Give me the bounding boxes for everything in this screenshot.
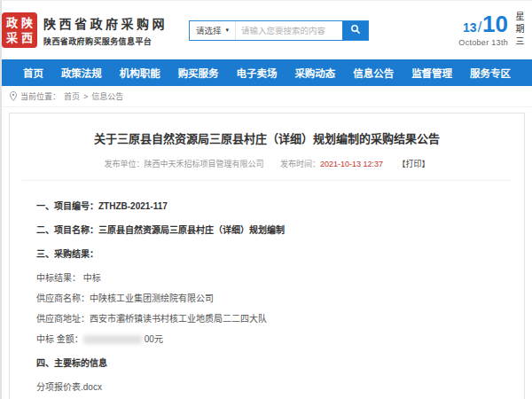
- supplier-name-line: 供应商名称：中陕核工业集团测绘院有限公司: [36, 291, 497, 304]
- date-numbers: 13 / 10: [463, 14, 508, 35]
- print-button[interactable]: 【打印】: [398, 160, 430, 168]
- search-button[interactable]: [342, 21, 368, 40]
- supplier-address-line: 供应商地址：西安市灞桥镇读书村核工业地质局二二四大队: [36, 311, 497, 325]
- nav-item-purchase-services[interactable]: 购买服务: [178, 66, 219, 80]
- logo-char: 陕: [21, 17, 33, 28]
- nav-item-policies[interactable]: 政策法规: [61, 66, 102, 80]
- magnifier-icon: [350, 24, 361, 37]
- publish-time-value: 2021-10-13 12:37: [320, 160, 383, 168]
- breadcrumb: 当前位置： 首页 > 信息公告: [2, 86, 532, 107]
- breadcrumb-current: 信息公告: [91, 90, 123, 102]
- article-card: 关于三原县自然资源局三原县村庄（详细）规划编制的采购结果公告 发布单位：陕西中天…: [9, 113, 525, 399]
- publisher-label: 发布单位：: [104, 160, 144, 168]
- article-body: 一、项目编号：ZTHZB-2021-117 二、项目名称：三原县自然资源局三原县…: [10, 181, 524, 399]
- search-input[interactable]: [236, 21, 342, 40]
- nav-item-service-zone[interactable]: 服务专区: [470, 66, 511, 80]
- date-day: 13: [463, 20, 477, 35]
- logo-char: 采: [6, 32, 18, 43]
- subject-heading: 四、主要标的信息: [36, 356, 497, 369]
- project-number-line: 一、项目编号：ZTHZB-2021-117: [36, 199, 497, 212]
- search-category-select[interactable]: 请选择 ▾: [190, 21, 236, 40]
- bid-result-line: 中标结果： 中标: [36, 270, 497, 284]
- site-header: 政 陕 采 西 陕西省政府采购网 陕西省政府购买服务信息平台 请选择 ▾ 13 …: [2, 1, 532, 59]
- attachment-link[interactable]: 分项报价表.docx: [36, 379, 497, 393]
- date-english: October 13th: [458, 38, 508, 47]
- search-bar: 请选择 ▾: [189, 20, 369, 41]
- publish-time-label: 发布时间：: [280, 160, 320, 168]
- date-slash: /: [478, 20, 481, 35]
- result-heading: 三、采购结果：: [36, 246, 497, 260]
- bid-amount-redacted: [83, 335, 142, 344]
- search-select-label: 请选择: [196, 24, 222, 36]
- publisher-value: 陕西中天禾招标项目管理有限公司: [144, 160, 263, 168]
- nav-item-supervision[interactable]: 监督管理: [411, 66, 452, 80]
- breadcrumb-separator: >: [83, 92, 88, 101]
- date-widget: 13 / 10 October 13th 星期三: [458, 12, 525, 49]
- nav-item-announcements[interactable]: 信息公告: [353, 66, 394, 80]
- site-title: 陕西省政府采购网: [43, 14, 168, 32]
- site-brand: 陕西省政府采购网 陕西省政府购买服务信息平台: [43, 14, 168, 47]
- site-logo: 政 陕 采 西: [2, 12, 37, 48]
- article-meta: 发布单位：陕西中天禾招标项目管理有限公司 发布时间：2021-10-13 12:…: [10, 158, 524, 169]
- nav-item-emarket[interactable]: 电子卖场: [237, 66, 278, 80]
- logo-char: 西: [21, 32, 33, 43]
- bid-amount-line: 中标 金额：00元: [36, 332, 497, 345]
- site-subtitle: 陕西省政府购买服务信息平台: [43, 35, 168, 47]
- article-title: 关于三原县自然资源局三原县村庄（详细）规划编制的采购结果公告: [10, 129, 524, 146]
- project-name-line: 二、项目名称：三原县自然资源局三原县村庄（详细）规划编制: [36, 223, 497, 236]
- nav-item-functions[interactable]: 机构职能: [120, 66, 160, 80]
- logo-char: 政: [6, 17, 18, 28]
- bid-amount-suffix: 00元: [145, 334, 163, 344]
- date-month: 10: [482, 14, 508, 35]
- nav-item-home[interactable]: 首页: [23, 66, 43, 80]
- location-pin-icon: [10, 91, 17, 101]
- breadcrumb-home-link[interactable]: 首页: [64, 90, 80, 102]
- bid-amount-label: 中标 金额：: [36, 334, 83, 344]
- breadcrumb-prefix: 当前位置：: [20, 90, 60, 102]
- date-weekday: 星期三: [514, 12, 523, 49]
- main-nav: 首页 政策法规 机构职能 购买服务 电子卖场 采购动态 信息公告 监督管理 服务…: [2, 59, 532, 86]
- nav-item-procurement-news[interactable]: 采购动态: [294, 66, 335, 80]
- caret-down-icon: ▾: [226, 27, 230, 34]
